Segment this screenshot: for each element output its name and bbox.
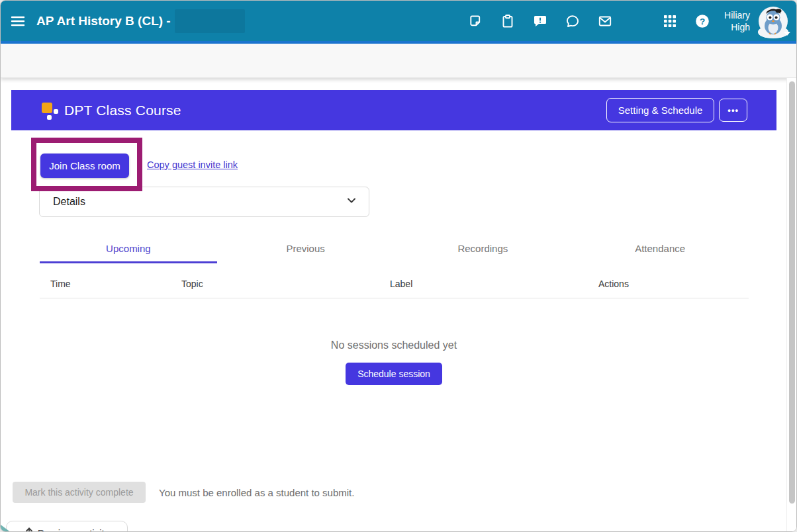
redacted-course-code bbox=[175, 9, 245, 33]
topbar-app-icons: ? bbox=[663, 14, 710, 28]
menu-icon[interactable] bbox=[10, 13, 26, 29]
schedule-button-wrap: Schedule session bbox=[1, 363, 787, 385]
user-last-name: High bbox=[724, 21, 750, 33]
join-classroom-button[interactable]: Join Class room bbox=[40, 154, 129, 178]
column-header-topic: Topic bbox=[181, 279, 203, 289]
column-header-time: Time bbox=[50, 279, 71, 289]
top-navigation-bar: AP Art History B (CL) - bbox=[1, 1, 796, 41]
note-icon[interactable] bbox=[468, 14, 483, 28]
tab-attendance[interactable]: Attendance bbox=[571, 236, 749, 263]
course-title: AP Art History B (CL) - bbox=[36, 14, 171, 28]
secondary-toolbar bbox=[1, 44, 796, 78]
main-content: DPT Class Course Setting & Schedule ••• … bbox=[1, 78, 796, 531]
arrow-up-icon bbox=[24, 527, 34, 532]
previous-activity-button[interactable]: Previous activity bbox=[6, 521, 128, 532]
schedule-session-button[interactable]: Schedule session bbox=[346, 363, 442, 385]
dropdown-caret-icon bbox=[784, 32, 790, 36]
details-label: Details bbox=[53, 196, 85, 208]
sessions-tabs: Upcoming Previous Recordings Attendance bbox=[40, 236, 749, 263]
previous-activity-label: Previous activity bbox=[38, 527, 109, 532]
setting-schedule-button[interactable]: Setting & Schedule bbox=[606, 98, 715, 122]
column-header-label: Label bbox=[390, 279, 412, 289]
activity-footer: Mark this activity complete You must be … bbox=[13, 482, 354, 503]
tab-previous[interactable]: Previous bbox=[217, 236, 395, 263]
enrollment-note: You must be enrolled as a student to sub… bbox=[159, 487, 354, 498]
help-icon[interactable]: ? bbox=[695, 14, 710, 28]
svg-text:?: ? bbox=[700, 16, 705, 26]
column-header-actions: Actions bbox=[598, 279, 629, 289]
classroom-banner: DPT Class Course Setting & Schedule ••• bbox=[11, 90, 776, 130]
scrollbar-track bbox=[786, 78, 796, 531]
more-options-button[interactable]: ••• bbox=[719, 99, 747, 122]
scrollbar-thumb[interactable] bbox=[789, 81, 795, 504]
classroom-logo-icon bbox=[42, 101, 59, 120]
feedback-icon[interactable] bbox=[533, 14, 547, 28]
sessions-table-header: Time Topic Label Actions bbox=[40, 273, 749, 298]
clipboard-icon[interactable] bbox=[500, 14, 515, 28]
tab-recordings[interactable]: Recordings bbox=[395, 236, 572, 263]
classroom-title: DPT Class Course bbox=[64, 103, 181, 118]
details-accordion[interactable]: Details bbox=[39, 187, 369, 217]
mail-icon[interactable] bbox=[598, 14, 612, 28]
copy-guest-invite-link[interactable]: Copy guest invite link bbox=[147, 159, 238, 170]
apps-grid-icon[interactable] bbox=[663, 14, 677, 28]
empty-state-message: No sessions scheduled yet bbox=[1, 339, 787, 351]
user-avatar[interactable] bbox=[758, 7, 787, 36]
mark-activity-complete-button: Mark this activity complete bbox=[13, 482, 146, 503]
topbar-tool-icons bbox=[468, 14, 612, 28]
chevron-down-icon bbox=[346, 195, 357, 208]
app-window: AP Art History B (CL) - bbox=[0, 0, 797, 532]
chat-icon[interactable] bbox=[565, 14, 580, 28]
user-first-name: Hiliary bbox=[724, 9, 750, 21]
tab-upcoming[interactable]: Upcoming bbox=[40, 236, 217, 263]
user-name[interactable]: Hiliary High bbox=[724, 9, 750, 33]
